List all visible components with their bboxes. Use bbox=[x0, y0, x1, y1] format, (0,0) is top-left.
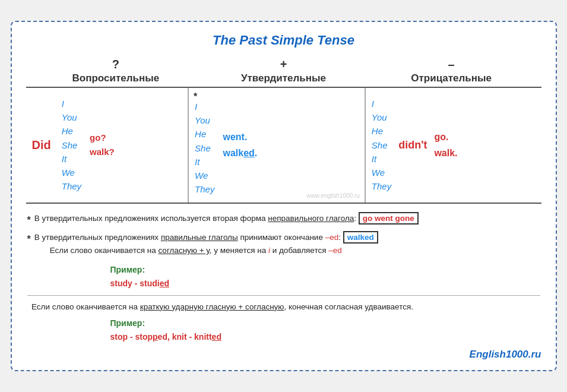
affirmative-pronouns: I You He She It We They bbox=[195, 100, 214, 197]
pronoun-you-aff: You bbox=[195, 113, 214, 127]
pronoun-it-aff: It bbox=[195, 155, 214, 169]
pronoun-we: We bbox=[62, 166, 81, 179]
pronoun-it: It bbox=[62, 152, 81, 166]
question-header: ? Вопросительные bbox=[32, 58, 200, 84]
primer1-label: Пример: bbox=[110, 263, 540, 277]
pronoun-you-neg: You bbox=[372, 110, 391, 124]
pronoun-he-neg: He bbox=[372, 124, 391, 138]
note3-text: Если слово оканчивается на краткую ударн… bbox=[27, 301, 414, 314]
question-label: Вопросительные bbox=[72, 72, 160, 84]
pronoun-i-aff: I bbox=[195, 100, 214, 113]
note-1-row: * В утвердительных предложениях использу… bbox=[27, 212, 540, 228]
pronoun-they: They bbox=[62, 179, 81, 193]
note2-ed: –ed bbox=[328, 246, 342, 255]
note2-asterisk: * bbox=[27, 232, 31, 247]
primer2-label: Пример: bbox=[110, 317, 540, 330]
note2-i: i bbox=[268, 246, 270, 255]
divider bbox=[27, 295, 540, 296]
negative-verbs: go. walk. bbox=[434, 129, 457, 161]
verb-go-neg: go. bbox=[434, 129, 457, 145]
primer2-example: stop - stopped, knit - knitted bbox=[110, 330, 540, 344]
did-word: Did bbox=[32, 138, 51, 152]
watermark: www.english1000.ru bbox=[306, 192, 360, 199]
note2-text: В утвердительных предложениях правильные… bbox=[34, 231, 378, 244]
page-title: The Past Simple Tense bbox=[26, 33, 541, 48]
pronoun-they-neg: They bbox=[372, 179, 391, 193]
notes-section: * В утвердительных предложениях использу… bbox=[26, 212, 541, 344]
section-headers: ? Вопросительные + Утвердительные – Отри… bbox=[26, 58, 541, 84]
negative-column: I You He She It We They didn't go. walk. bbox=[366, 88, 541, 203]
note2-suffix: –ed bbox=[325, 233, 339, 242]
note1-asterisk: * bbox=[27, 213, 31, 228]
pronoun-they-aff: They bbox=[195, 182, 214, 196]
affirmative-header: + Утвердительные bbox=[199, 58, 368, 84]
verb-walked: walked. bbox=[223, 145, 257, 161]
note2-box: walked bbox=[343, 231, 378, 244]
question-verbs: go? walk? bbox=[90, 131, 115, 159]
note2-content: В утвердительных предложениях правильные… bbox=[34, 231, 378, 260]
affirmative-symbol: + bbox=[199, 58, 368, 71]
pronoun-we-neg: We bbox=[372, 166, 391, 179]
main-card: The Past Simple Tense ? Вопросительные +… bbox=[11, 21, 557, 371]
brand: English1000.ru bbox=[26, 349, 541, 361]
question-pronouns: I You He She It We They bbox=[62, 97, 81, 194]
note2-link: правильные глаголы bbox=[161, 233, 238, 242]
affirmative-label: Утвердительные bbox=[241, 72, 326, 84]
note-3-row: Если слово оканчивается на краткую ударн… bbox=[27, 301, 540, 314]
pronoun-she: She bbox=[62, 138, 81, 152]
primer1-example: study - studied bbox=[110, 277, 540, 290]
pronoun-you: You bbox=[62, 110, 81, 124]
negative-symbol: – bbox=[368, 58, 536, 71]
note2-indent-text: Если слово оканчивается на согласную + у… bbox=[50, 244, 378, 257]
question-symbol: ? bbox=[32, 58, 200, 71]
pronoun-she-aff: She bbox=[195, 141, 214, 155]
negative-header: – Отрицательные bbox=[368, 58, 536, 84]
negative-label: Отрицательные bbox=[411, 72, 492, 84]
verb-go-q: go? bbox=[90, 131, 115, 145]
pronoun-it-neg: It bbox=[372, 152, 391, 166]
note1-link: неправильного глагола bbox=[268, 214, 354, 223]
didnt-word: didn't bbox=[398, 139, 427, 151]
pronoun-i-neg: I bbox=[372, 97, 391, 110]
question-column: Did I You He She It We They go? walk? bbox=[26, 88, 189, 203]
pronoun-he-aff: He bbox=[195, 127, 214, 141]
affirmative-verbs: went. walked. bbox=[223, 129, 257, 161]
verb-walk-q: walk? bbox=[90, 145, 115, 159]
pronoun-we-aff: We bbox=[195, 169, 214, 182]
verb-walk-neg: walk. bbox=[434, 145, 457, 161]
note3-link: краткую ударную гласную + согласную bbox=[140, 302, 284, 311]
negative-pronouns: I You He She It We They bbox=[372, 97, 391, 194]
note-2-row: * В утвердительных предложениях правильн… bbox=[27, 231, 540, 260]
conjugation-table: Did I You He She It We They go? walk? * … bbox=[26, 87, 541, 204]
pronoun-he: He bbox=[62, 124, 81, 138]
pronoun-she-neg: She bbox=[372, 138, 391, 152]
note2-indent-link: согласную + у bbox=[158, 246, 209, 255]
affirmative-column: * I You He She It We They went. walked. … bbox=[189, 88, 366, 203]
note1-box: go went gone bbox=[359, 212, 419, 225]
verb-went: went. bbox=[223, 129, 257, 145]
asterisk-marker: * bbox=[194, 91, 197, 102]
note1-text: В утвердительных предложениях использует… bbox=[34, 212, 419, 225]
pronoun-i: I bbox=[62, 97, 81, 110]
